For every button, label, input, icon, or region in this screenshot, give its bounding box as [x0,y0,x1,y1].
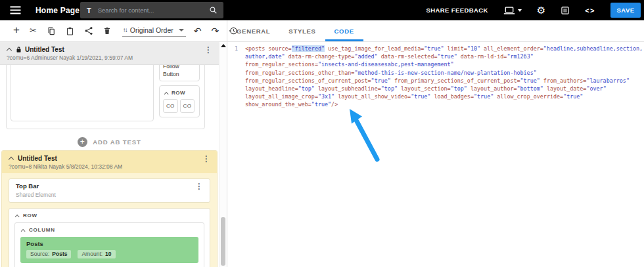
share-feedback-button[interactable]: SHARE FEEDBACK [426,7,488,14]
row-label: ROW [172,90,185,96]
content-type-icon: T [87,7,91,14]
tab-styles[interactable]: STYLES [279,20,325,41]
row-label: ROW [23,213,37,218]
tab-code[interactable]: CODE [325,20,363,41]
posts-source-chip: Source:Posts [26,250,71,258]
settings-gear-icon[interactable]: ⚙ [537,5,545,15]
page-builder-app: Home Page T Search for content... SHARE … [0,0,644,267]
share-icon[interactable] [84,26,93,35]
column-block[interactable]: CO [163,99,178,113]
collapse-chevron-icon[interactable] [9,156,14,161]
layout-panel: Untitled Test ⋮ ?comu=6 Adminuser Nayak … [0,42,227,267]
chevron-down-icon [179,29,184,31]
copy-icon[interactable] [47,26,56,36]
page-title: Home Page [35,6,80,15]
plus-circle-icon: + [78,137,87,147]
top-bar-actions: SHARE FEEDBACK ⚙ <> SAVE [426,0,644,20]
add-ab-test-label: ADD AB TEST [93,138,141,146]
save-button[interactable]: SAVE [610,3,641,18]
device-preview-selector[interactable] [503,6,522,15]
hamburger-menu-icon[interactable] [10,6,21,14]
search-icon[interactable] [209,6,218,14]
collapse-chevron-icon[interactable] [15,213,20,217]
left-panel-scrollbar[interactable] [219,42,227,267]
ab-test-meta: ?comu=6 Adminuser Nayak 1/19/2021, 9:59:… [7,54,212,61]
redo-icon[interactable]: ↷ [212,26,219,35]
column-label: COLUMN [29,227,55,233]
sort-arrows-icon: ↑↓ [123,26,127,33]
ab-test-title: Untitled Test [25,46,64,53]
inspector-tabs: GENERAL STYLES CODE [227,20,363,41]
collapse-chevron-icon[interactable] [21,228,26,232]
posts-amount-chip: Amount:10 [78,250,115,258]
search-input[interactable]: T Search for content... [80,2,223,18]
ab-test-meta: ?comu=8 Nikita Nayak 5/8/2024, 10:32:08 … [9,163,210,170]
community-follow-button-block[interactable]: Community Follow Button [159,65,200,81]
undo-icon[interactable]: ↶ [194,26,202,35]
paste-icon[interactable] [66,26,74,36]
element-title: Top Bar [16,182,39,190]
panel-divider [227,20,227,267]
top-bar-shared-element[interactable]: Top Bar ⋮ Shared Element [9,178,210,203]
block-label: Community Follow Button [163,65,191,77]
main-column-block[interactable] [11,65,154,121]
column-block[interactable]: CO [180,99,195,113]
editor-toolbar: + ✂ ↑↓ Original Order ↶ ↷ [0,20,644,42]
collapse-chevron-icon[interactable] [7,47,12,52]
row-block[interactable]: ROW CO CO [159,85,200,117]
scroll-up-arrow-icon[interactable] [221,44,226,47]
ab-test-2-container: Untitled Test ⋮ ?comu=8 Nikita Nayak 5/8… [1,150,218,267]
search-placeholder: Search for content... [98,7,209,14]
order-dropdown[interactable]: ↑↓ Original Order [122,26,186,37]
ab-test-title: Untitled Test [18,155,57,162]
collapse-chevron-icon[interactable] [164,91,169,94]
kebab-menu-icon[interactable]: ⋮ [195,183,203,190]
top-app-bar: Home Page T Search for content... SHARE … [0,0,644,20]
posts-feature-block[interactable]: Posts Source:Posts Amount:10 [20,237,198,263]
cut-icon[interactable]: ✂ [30,26,37,35]
code-content: 1<posts source="filtered" use_tag_image_… [227,45,644,109]
layout-container-block[interactable]: Community Follow Button ROW CO CO [6,65,205,129]
add-element-button[interactable]: + [13,26,20,35]
laptop-icon [503,6,515,15]
tab-general[interactable]: GENERAL [227,20,279,41]
chevron-down-icon [518,9,522,12]
lock-icon [16,46,22,53]
code-editor[interactable]: 1<posts source="filtered" use_tag_image_… [227,42,644,267]
scrollbar-thumb[interactable] [221,217,225,266]
kebab-menu-icon[interactable]: ⋮ [204,47,212,53]
kebab-menu-icon[interactable]: ⋮ [202,155,210,162]
ab-test-2-header[interactable]: Untitled Test ⋮ ?comu=8 Nikita Nayak 5/8… [2,151,217,173]
row-block[interactable]: ROW COLUMN Posts Source:Posts Amount:10 [9,208,210,267]
revisions-list-icon[interactable] [561,6,570,15]
add-ab-test-button[interactable]: + ADD AB TEST [0,133,219,150]
posts-title: Posts [26,240,193,247]
source-code-icon[interactable]: <> [585,7,595,14]
element-subtitle: Shared Element [16,192,203,198]
order-dropdown-value: Original Order [130,26,173,34]
ab-test-1-preview: Community Follow Button ROW CO CO [0,65,219,133]
ab-test-1-header[interactable]: Untitled Test ⋮ ?comu=6 Adminuser Nayak … [0,42,219,65]
delete-trash-icon[interactable] [103,26,111,35]
column-block[interactable]: COLUMN Posts Source:Posts Amount:10 [14,222,204,267]
